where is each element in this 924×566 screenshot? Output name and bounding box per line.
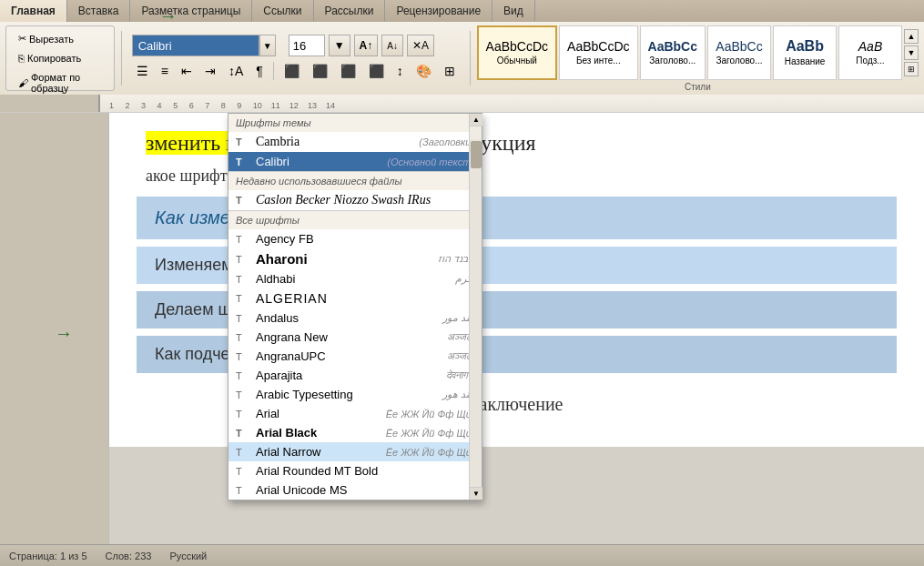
font-icon-angrana: T <box>236 332 250 343</box>
font-arialnarrow-item[interactable]: T Arial Narrow Ёе ЖЖ Йй Фф Щщ <box>228 442 482 461</box>
font-name-container: → Calibri ▼ <box>132 35 276 56</box>
font-name-input[interactable]: Calibri <box>132 35 259 56</box>
style-normal[interactable]: AaBbCcDc Обычный <box>477 25 557 80</box>
clear-formatting-button[interactable]: ✕A <box>407 35 434 56</box>
styles-scroll-up[interactable]: ▲ <box>904 29 919 44</box>
font-type-icon2: T <box>236 157 250 167</box>
tab-insert[interactable]: Вставка <box>67 0 131 22</box>
font-row1: → Calibri ▼ 16 ▼ A↑ A↓ ✕A <box>132 35 460 56</box>
font-type-icon: T <box>236 136 250 147</box>
tab-references[interactable]: Ссылки <box>252 0 313 22</box>
clipboard-group: ✂ Вырезать ⎘ Копировать 🖌 Формат по обра… <box>5 25 115 91</box>
indent-increase-button[interactable]: ⇥ <box>200 60 220 82</box>
font-aharoni-item[interactable]: T Aharoni אבנד הוז <box>228 248 482 269</box>
align-left-button[interactable]: ⬛ <box>279 60 304 82</box>
font-algerian-name: ALGERIAN <box>256 291 474 306</box>
font-icon-arial: T <box>236 409 250 419</box>
list-number-button[interactable]: ≡ <box>157 60 173 82</box>
style-heading1-label: Заголово... <box>649 56 696 66</box>
scrollbar-up[interactable]: ▲ <box>470 114 482 126</box>
scrollbar-down[interactable]: ▼ <box>470 487 482 500</box>
clipboard-buttons: ✂ Вырезать ⎘ Копировать 🖌 Формат по обра… <box>12 30 108 96</box>
cut-button[interactable]: ✂ Вырезать <box>12 30 108 47</box>
status-page-info: Страница: 1 из 5 <box>9 551 87 561</box>
font-arialblack-item[interactable]: T Arial Black Ёе ЖЖ Йй Фф Щщ <box>228 423 482 442</box>
font-icon-angranaupc: T <box>236 351 250 362</box>
font-icon-aparajita: T <box>236 370 250 381</box>
font-arialnarrow-preview: Ёе ЖЖ Йй Фф Щщ <box>386 447 474 458</box>
scrollbar-thumb[interactable] <box>471 141 482 168</box>
style-no-spacing[interactable]: AaBbCcDc Без инте... <box>559 25 637 80</box>
arrow-right-icon: → <box>55 323 73 344</box>
font-agencyfb-item[interactable]: T Agency FB <box>228 229 482 248</box>
font-arialunicode-item[interactable]: T Arial Unicode MS <box>228 480 482 500</box>
align-right-button[interactable]: ⬛ <box>336 60 360 82</box>
styles-scroll: ▲ ▼ ⊞ <box>904 29 919 76</box>
styles-scroll-down[interactable]: ▼ <box>904 45 919 60</box>
list-bullet-button[interactable]: ☰ <box>132 60 153 82</box>
style-subtitle[interactable]: AaB Подз... <box>838 25 902 80</box>
format-painter-button[interactable]: 🖌 Формат по образцу <box>12 69 108 96</box>
theme-fonts-section: Шрифты темы T Cambria (Заголовки) T Cali… <box>228 114 482 172</box>
style-no-spacing-label: Без инте... <box>576 56 621 66</box>
indent-decrease-button[interactable]: ⇤ <box>177 60 197 82</box>
copy-icon: ⎘ <box>18 53 25 64</box>
align-center-button[interactable]: ⬛ <box>308 60 332 82</box>
font-arialunicode-name: Arial Unicode MS <box>256 483 474 497</box>
font-arialrounded-item[interactable]: T Arial Rounded MT Bold <box>228 461 482 480</box>
font-row2: ☰ ≡ ⇤ ⇥ ↕A ¶ ⬛ ⬛ ⬛ ⬛ ↕ 🎨 ⊞ <box>132 60 460 82</box>
justify-button[interactable]: ⬛ <box>364 60 389 82</box>
font-andalus-item[interactable]: T Andalus أيند مور <box>228 308 482 328</box>
font-size-dropdown[interactable]: ▼ <box>329 35 350 56</box>
font-aldhabi-item[interactable]: T Aldhabi أكرم <box>228 269 482 288</box>
shading-button[interactable]: 🎨 <box>411 60 436 82</box>
tab-view[interactable]: Вид <box>492 0 535 22</box>
font-icon-aldhabi: T <box>236 274 250 285</box>
separator1 <box>121 31 122 86</box>
cut-label: Вырезать <box>29 34 74 45</box>
font-aparajita-item[interactable]: T Aparajita देवनागरी <box>228 366 482 385</box>
styles-group: AaBbCcDc Обычный AaBbCcDc Без инте... Aa… <box>477 25 919 92</box>
font-group: → Calibri ▼ 16 ▼ A↑ A↓ ✕A ☰ ≡ ⇤ ⇥ ↕A ¶ ⬛… <box>128 31 463 86</box>
font-arialblack-preview: Ёе ЖЖ Йй Фф Щщ <box>386 428 474 439</box>
style-no-spacing-preview: AaBbCcDc <box>567 39 629 54</box>
sort-button[interactable]: ↕A <box>224 60 248 82</box>
format-painter-icon: 🖌 <box>18 77 28 88</box>
font-caslon-item[interactable]: T Caslon Becker Niozzo Swash IRus <box>228 190 482 210</box>
document-container: Шрифты темы T Cambria (Заголовки) T Cali… <box>109 113 924 544</box>
font-cambria-item[interactable]: T Cambria (Заголовки) <box>228 132 482 152</box>
font-size-input[interactable]: 16 <box>289 35 325 56</box>
increase-font-button[interactable]: A↑ <box>354 35 379 56</box>
font-aldhabi-name: Aldhabi <box>256 272 474 286</box>
tab-review[interactable]: Рецензирование <box>385 0 492 22</box>
tab-mailings[interactable]: Рассылки <box>314 0 386 22</box>
font-calibri-item[interactable]: T Calibri (Основной текст) <box>228 152 482 171</box>
style-heading1[interactable]: AaBbCc Заголово... <box>640 25 706 80</box>
cut-icon: ✂ <box>18 33 26 45</box>
font-icon-algerian: T <box>236 293 250 304</box>
show-paragraph-button[interactable]: ¶ <box>251 60 268 82</box>
font-arabictype-item[interactable]: T Arabic Typesetting أيند هور <box>228 385 482 404</box>
recent-fonts-title: Недавно использовавшиеся файлы <box>228 172 482 190</box>
style-heading2-preview: AaBbCc <box>716 39 762 54</box>
font-type-icon3: T <box>236 195 250 206</box>
status-lang: Русский <box>169 551 207 561</box>
font-algerian-item[interactable]: T ALGERIAN <box>228 288 482 308</box>
style-title[interactable]: AaBb Название <box>773 25 837 80</box>
tab-page-layout[interactable]: Разметка страницы <box>130 0 252 22</box>
copy-button[interactable]: ⎘ Копировать <box>12 50 108 66</box>
font-icon-andalus: T <box>236 313 250 324</box>
borders-button[interactable]: ⊞ <box>440 60 460 82</box>
font-icon-arialblack: T <box>236 428 250 439</box>
font-arialrounded-name: Arial Rounded MT Bold <box>256 464 474 478</box>
font-angranaupc-item[interactable]: T AngranaUPC अञ्जली <box>228 347 482 366</box>
font-dropdown-arrow[interactable]: ▼ <box>259 35 276 56</box>
tab-home[interactable]: Главная <box>0 0 67 22</box>
font-arial-item[interactable]: T Arial Ёе ЖЖ Йй Фф Щщ <box>228 404 482 423</box>
font-angrana-item[interactable]: T Angrana New अञ्जली <box>228 328 482 347</box>
line-spacing-button[interactable]: ↕ <box>392 60 408 82</box>
decrease-font-button[interactable]: A↓ <box>381 35 403 56</box>
ruler-main: 1 2 3 4 5 6 7 8 9 10 11 12 13 14 <box>100 95 924 112</box>
styles-expand[interactable]: ⊞ <box>904 62 919 76</box>
style-heading2[interactable]: AaBbCc Заголово... <box>707 25 771 80</box>
